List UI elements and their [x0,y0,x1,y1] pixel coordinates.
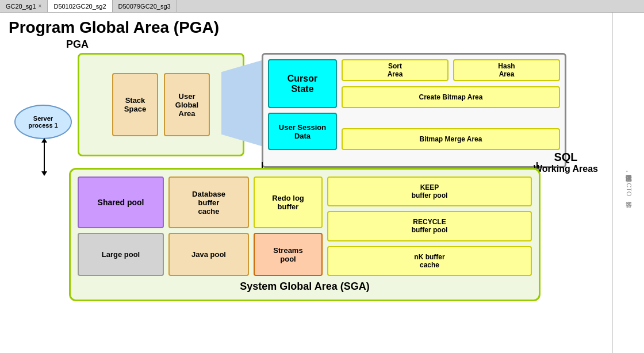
create-bitmap-area-box: Create Bitmap Area [342,86,560,108]
pga-label: PGA [66,39,89,51]
uga-row2: User Session Data Bitmap Merge Area [268,113,560,150]
shared-pool-box: Shared pool [78,176,164,228]
server-arrow [41,138,47,176]
tab-bar: GC20_sg1 × D50102GC20_sg2 D50079GC20_sg3 [0,0,644,13]
user-session-data-box: User Session Data [268,113,337,150]
database-buffer-cache-box: Database buffer cache [168,176,249,228]
main-content: Program Global Area (PGA) PGA Server pro… [0,13,644,353]
sql-working-areas: SQL Working Areas [534,151,598,174]
streams-pool-box: Streams pool [254,233,323,276]
sql-label-line1: SQL [534,151,598,164]
pga-box: Stack Space User Global Area [78,53,244,156]
bitmap-merge-area-box: Bitmap Merge Area [342,128,560,150]
hash-area-box: Hash Area [453,59,560,81]
tab-label: D50079GC20_sg3 [118,3,171,10]
user-global-area-box: User Global Area [164,73,210,136]
server-process: Server process 1 [14,105,72,139]
nk-buffer-cache-box: nK buffer cache [327,246,532,276]
cursor-state-box: Cursor State [268,59,337,108]
right-boxes-top: Sort Area Hash Area Create Bitmap Area [342,59,560,108]
uga-connector [221,59,267,148]
page-title: Program Global Area (PGA) [9,18,604,37]
stack-space-box: Stack Space [112,73,158,136]
sga-right-col: KEEP buffer pool RECYCLE buffer pool nK … [327,176,532,276]
sga-section: Shared pool Database buffer cache Redo l… [69,168,540,301]
sort-area-box: Sort Area [342,59,448,81]
tab-d50102gc20-sg2[interactable]: D50102GC20_sg2 [48,0,112,12]
sga-grid: Shared pool Database buffer cache Redo l… [78,176,532,276]
tab-close-icon[interactable]: × [39,3,42,9]
tab-label: D50102GC20_sg2 [53,3,106,10]
large-pool-box: Large pool [78,233,164,276]
tab-label: GC20_sg1 [6,3,36,10]
sql-label-line2: Working Areas [534,164,598,174]
arrow-down-head [41,171,47,176]
sort-hash-row: Sort Area Hash Area [342,59,560,82]
recycle-buffer-pool-box: RECYCLE buffer pool [327,211,532,241]
uga-row1: Cursor State Sort Area Hash Area [268,59,560,108]
arrow-shaft [44,143,45,171]
redo-log-buffer-box: Redo log buffer [254,176,323,228]
uga-detail-box: Cursor State Sort Area Hash Area [262,53,566,168]
java-pool-box: Java pool [168,233,249,276]
tab-d50079gc20-sg3[interactable]: D50079GC20_sg3 [113,0,177,12]
sga-title: System Global Area (SGA) [78,281,532,293]
keep-buffer-pool-box: KEEP buffer pool [327,176,532,206]
arrow-up-head [41,138,47,143]
diagram-area: Program Global Area (PGA) PGA Server pro… [0,13,612,353]
tab-gc20-sg1[interactable]: GC20_sg1 × [0,0,48,12]
right-sidebar: 仅限课堂内部使用。51CTO博客 [612,13,644,353]
